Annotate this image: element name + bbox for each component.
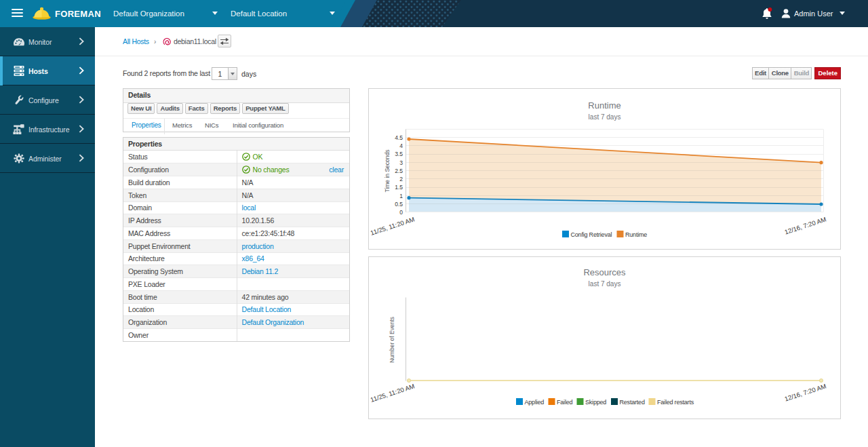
svg-text:Runtime: Runtime	[625, 231, 647, 238]
svg-text:Number of Events: Number of Events	[389, 317, 395, 363]
svg-text:0: 0	[399, 209, 403, 216]
svg-text:Restarted: Restarted	[620, 399, 645, 406]
svg-text:12/16, 7:20 AM: 12/16, 7:20 AM	[783, 382, 827, 402]
svg-text:4.5: 4.5	[395, 134, 403, 141]
svg-text:Skipped: Skipped	[585, 399, 606, 406]
svg-text:3.5: 3.5	[395, 151, 403, 157]
svg-text:11/25, 11:20 AM: 11/25, 11:20 AM	[370, 215, 416, 236]
svg-text:Applied: Applied	[525, 399, 545, 406]
svg-text:0.5: 0.5	[395, 201, 403, 208]
svg-text:Config Retrieval: Config Retrieval	[571, 231, 612, 238]
svg-text:1.5: 1.5	[395, 184, 403, 191]
svg-text:Failed: Failed	[557, 399, 573, 406]
svg-text:12/16, 7:20 AM: 12/16, 7:20 AM	[783, 215, 827, 235]
svg-text:11/25, 11:20 AM: 11/25, 11:20 AM	[370, 382, 416, 403]
svg-text:Time in Seconds: Time in Seconds	[384, 150, 391, 193]
svg-text:2: 2	[399, 176, 403, 182]
svg-text:Failed restarts: Failed restarts	[657, 399, 694, 406]
svg-text:4: 4	[399, 142, 403, 149]
svg-text:3: 3	[399, 159, 403, 166]
svg-text:1: 1	[399, 193, 403, 199]
svg-text:2.5: 2.5	[395, 168, 403, 174]
